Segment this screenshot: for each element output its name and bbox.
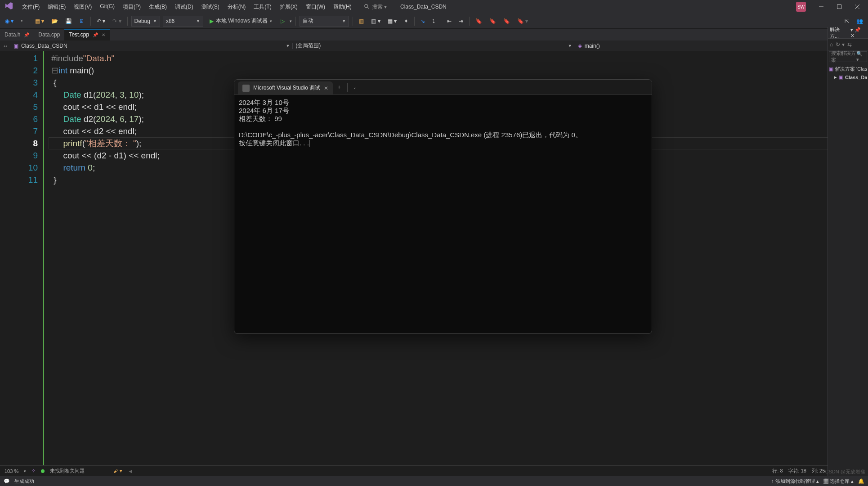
solution-project[interactable]: ▸ ▣Class_Data xyxy=(829,73,867,81)
bookmark-next-icon[interactable]: 🔖 xyxy=(501,17,512,26)
close-tab-icon[interactable]: ✕ xyxy=(102,32,105,37)
pin-icon: 📌 xyxy=(93,32,98,37)
new-item-button[interactable]: ▦ ▾ xyxy=(33,17,46,26)
step-into-icon[interactable]: ↘ xyxy=(418,17,427,26)
vs-logo-icon xyxy=(4,1,15,12)
source-control[interactable]: ↑ 添加到源代码管理 ▴ xyxy=(771,478,819,485)
menu-window[interactable]: 窗口(W) xyxy=(302,0,329,14)
menu-git[interactable]: Git(G) xyxy=(96,0,119,14)
nav-func-dropdown[interactable]: ◈main()▼ xyxy=(575,43,857,49)
output-icon[interactable]: 💬 xyxy=(4,478,10,484)
sol-home-icon[interactable]: ⌂ xyxy=(830,41,833,48)
line-gutter: 1 2 3 4 5 6 7 8 9 10 11 xyxy=(0,51,43,465)
user-avatar[interactable]: SW xyxy=(796,2,806,12)
cursor-col: 列: 25 xyxy=(812,468,825,474)
tb-icon-1[interactable]: ▥ xyxy=(357,17,366,26)
status-bar: 💬 生成成功 ↑ 添加到源代码管理 ▴ ▦ 选择仓库 ▴ 🔔 xyxy=(0,476,868,486)
solution-title: 解决方... xyxy=(830,26,849,40)
step-over-icon[interactable]: ⤵ xyxy=(430,17,437,26)
ok-dot-icon xyxy=(41,469,45,473)
close-button[interactable] xyxy=(848,0,866,13)
console-tab-title: Microsoft Visual Studio 调试 xyxy=(253,84,320,92)
main-menu: 文件(F) 编辑(E) 视图(V) Git(G) 项目(P) 生成(B) 调试(… xyxy=(18,0,356,14)
auto-dropdown[interactable]: 自动▼ xyxy=(300,16,349,27)
save-button[interactable]: 💾 xyxy=(63,17,74,26)
tab-data-cpp[interactable]: Data.cpp xyxy=(34,29,64,40)
tab-test-cpp[interactable]: Test.cpp📌✕ xyxy=(64,29,110,40)
menu-test[interactable]: 测试(S) xyxy=(197,0,224,14)
share-icon[interactable]: ⇱ xyxy=(842,17,851,26)
back-nav-button[interactable]: ◉ ▾ xyxy=(3,17,16,26)
open-button[interactable]: 📂 xyxy=(49,17,60,26)
menu-analyze[interactable]: 分析(N) xyxy=(224,0,250,14)
cursor-line: 行: 8 xyxy=(772,468,783,474)
svg-line-1 xyxy=(367,7,369,9)
vs-debug-icon xyxy=(242,85,250,92)
menu-debug[interactable]: 调试(D) xyxy=(171,0,197,14)
console-tab-dropdown-icon[interactable]: ⌄ xyxy=(353,85,357,90)
select-repo[interactable]: ▦ 选择仓库 ▴ xyxy=(823,478,854,485)
config-dropdown[interactable]: Debug▼ xyxy=(131,16,160,27)
issues-text[interactable]: 未找到相关问题 xyxy=(50,468,85,474)
project-name: Class_Data_CSDN xyxy=(400,4,447,10)
pin-icon: 📌 xyxy=(24,32,29,37)
save-all-button[interactable]: 🗎 xyxy=(77,17,87,26)
solution-root[interactable]: ▣解决方案 'Clas xyxy=(829,65,867,73)
menu-build[interactable]: 生成(B) xyxy=(145,0,171,14)
tb-icon-2[interactable]: ▥ ▾ xyxy=(369,17,382,26)
bookmark-prev-icon[interactable]: 🔖 xyxy=(487,17,498,26)
bookmark-icon[interactable]: 🔖 xyxy=(473,17,484,26)
menu-view[interactable]: 视图(V) xyxy=(70,0,96,14)
nav-scope-dropdown[interactable]: (全局范围)▼ xyxy=(293,42,575,50)
console-tab-close-icon[interactable]: ✕ xyxy=(324,85,328,91)
search-box[interactable]: 搜索 ▾ xyxy=(364,3,387,11)
search-icon xyxy=(364,4,370,10)
solution-toolbar: ⌂ ↻ ▾ ⇆ xyxy=(828,39,868,50)
minimize-button[interactable] xyxy=(812,0,830,13)
tb-icon-3[interactable]: ▦ ▾ xyxy=(385,17,399,26)
title-bar: 文件(F) 编辑(E) 视图(V) Git(G) 项目(P) 生成(B) 调试(… xyxy=(0,0,868,14)
sol-sync-icon[interactable]: ⇆ xyxy=(847,41,852,48)
platform-dropdown[interactable]: x86▼ xyxy=(163,16,203,27)
svg-point-0 xyxy=(364,4,367,8)
brush-icon[interactable]: 🖌 ▾ xyxy=(113,468,122,474)
split-icon[interactable]: ↔ xyxy=(0,43,11,49)
menu-project[interactable]: 项目(P) xyxy=(119,0,145,14)
main-toolbar: ◉ ▾ • ▦ ▾ 📂 💾 🗎 ↶ ▾ ↷ ▾ Debug▼ x86▼ ▶本地 … xyxy=(0,14,868,29)
cursor-char: 字符: 18 xyxy=(788,468,806,474)
notifications-icon[interactable]: 🔔 xyxy=(858,478,864,484)
change-margin xyxy=(43,51,49,465)
menu-file[interactable]: 文件(F) xyxy=(18,0,44,14)
solution-search[interactable]: 搜索解决方案🔍 ▾ xyxy=(829,51,867,62)
tab-data-h[interactable]: Data.h📌 xyxy=(0,29,34,40)
menu-extensions[interactable]: 扩展(X) xyxy=(276,0,302,14)
nav-project-dropdown[interactable]: ▣Class_Data_CSDN▼ xyxy=(11,43,293,49)
redo-button[interactable]: ↷ ▾ xyxy=(110,17,123,26)
maximize-button[interactable] xyxy=(830,0,848,13)
bookmark-more-icon[interactable]: 🔖 ▾ xyxy=(515,17,530,26)
menu-help[interactable]: 帮助(H) xyxy=(329,0,356,14)
svg-rect-3 xyxy=(837,5,841,9)
editor-status-bar: 103 %▾ ✧ 未找到相关问题 🖌 ▾ ◄ 行: 8 字符: 18 列: 25… xyxy=(0,465,868,476)
code-nav-bar: ↔ ▣Class_Data_CSDN▼ (全局范围)▼ ◈main()▼ ＋ xyxy=(0,40,868,51)
undo-button[interactable]: ↶ ▾ xyxy=(94,17,107,26)
indent-left-icon[interactable]: ⇤ xyxy=(445,17,454,26)
zoom-level[interactable]: 103 % xyxy=(4,468,18,474)
menu-edit[interactable]: 编辑(E) xyxy=(44,0,70,14)
tb-icon-4[interactable]: ✦ xyxy=(402,17,411,26)
console-tab[interactable]: Microsoft Visual Studio 调试 ✕ xyxy=(238,81,333,95)
live-share-icon[interactable]: 👥 xyxy=(854,17,865,26)
start-dropdown[interactable]: ▾ xyxy=(290,19,292,23)
start-debug-button[interactable]: ▶本地 Windows 调试器 ▾ xyxy=(206,16,276,26)
solution-explorer: 解决方...▾ 📌 ✕ ⌂ ↻ ▾ ⇆ 搜索解决方案🔍 ▾ ▣解决方案 'Cla… xyxy=(828,27,868,476)
health-icon[interactable]: ✧ xyxy=(31,468,36,474)
indent-right-icon[interactable]: ⇥ xyxy=(456,17,465,26)
console-output[interactable]: 2024年 3月 10号 2024年 6月 17号 相差天数： 99 D:\CO… xyxy=(234,95,652,333)
debug-console-window: Microsoft Visual Studio 调试 ✕ ＋ ⌄ 2024年 3… xyxy=(234,79,652,334)
forward-nav-button[interactable]: • xyxy=(18,17,25,26)
console-new-tab-icon[interactable]: ＋ xyxy=(336,83,342,91)
build-status: 生成成功 xyxy=(14,478,34,485)
start-nodebug-button[interactable]: ▷ xyxy=(278,17,287,26)
sol-refresh-icon[interactable]: ↻ ▾ xyxy=(836,41,844,48)
menu-tools[interactable]: 工具(T) xyxy=(250,0,275,14)
